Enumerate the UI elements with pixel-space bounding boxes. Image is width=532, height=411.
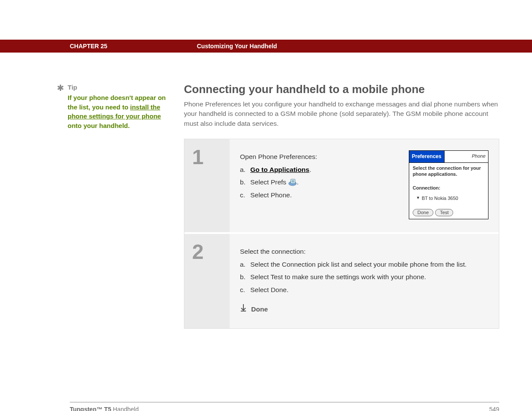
step-number: 2 [192, 242, 230, 262]
sub-c-letter: c. [240, 283, 250, 296]
sub-c-text: Select Phone. [250, 189, 292, 201]
sub-b-letter: b. [240, 176, 250, 188]
intro-paragraph: Phone Preferences let you configure your… [184, 100, 499, 128]
sub-a-text: Select the Connection pick list and sele… [250, 258, 467, 271]
done-label: Done [251, 303, 268, 315]
sub-b-letter: b. [240, 271, 250, 283]
tip-label: Tip [68, 83, 171, 92]
header-bar: CHAPTER 25 Customizing Your Handheld [0, 40, 532, 53]
palm-connection-value: BT to Nokia 3650 [422, 194, 458, 203]
tip-block: ✱ Tip If your phone doesn't appear on th… [57, 83, 171, 131]
main-content: Connecting your handheld to a mobile pho… [184, 83, 499, 329]
go-to-applications-link[interactable]: Go to Applications [250, 166, 309, 173]
sub-c-letter: c. [240, 189, 250, 201]
dropdown-arrow-icon: ▼ [416, 194, 420, 202]
palm-connection-dropdown: ▼ BT to Nokia 3650 [416, 194, 485, 203]
palm-instruction: Select the connection for your phone app… [413, 165, 485, 177]
sub-b-pre: Select Prefs [250, 178, 288, 186]
palm-test-button: Test [435, 209, 453, 216]
steps-container: 1 Open Phone Preferences: a. Go to Appli… [184, 139, 499, 329]
sub-a-letter: a. [240, 163, 250, 176]
section-heading: Connecting your handheld to a mobile pho… [184, 83, 499, 96]
sub-b-post: . [297, 178, 299, 186]
chapter-title: Customizing Your Handheld [197, 43, 277, 50]
asterisk-icon: ✱ [57, 84, 64, 131]
tip-text: If your phone doesn't appear on the list… [68, 93, 171, 131]
sub-b-text: Select Test to make sure the settings wo… [250, 271, 426, 283]
palm-done-button: Done [413, 209, 433, 216]
product-name: Tungsten™ T5 Handheld [70, 406, 139, 411]
down-arrow-icon [240, 303, 247, 315]
sub-a-letter: a. [240, 258, 250, 271]
step-1: 1 Open Phone Preferences: a. Go to Appli… [184, 139, 499, 234]
tip-post: onto your handheld. [68, 122, 130, 129]
page-number: 549 [489, 406, 499, 411]
step1-lead: Open Phone Preferences: [240, 150, 396, 163]
done-indicator: Done [240, 303, 488, 315]
palm-connection-label: Connection: [413, 184, 485, 193]
palm-title-left: Preferences [409, 151, 445, 163]
step-2: 2 Select the connection: a. Select the C… [184, 234, 499, 328]
palm-screenshot: Preferences Phone Select the connection … [409, 150, 488, 219]
sub-a-post: . [309, 166, 311, 173]
footer: Tungsten™ T5 Handheld 549 [70, 402, 499, 411]
palm-title-right: Phone [445, 151, 488, 163]
sub-c-text: Select Done. [250, 283, 289, 296]
chapter-label: CHAPTER 25 [70, 43, 197, 50]
step-number: 1 [192, 147, 230, 168]
step2-lead: Select the connection: [240, 245, 488, 258]
prefs-icon [288, 179, 297, 186]
sidebar: ✱ Tip If your phone doesn't appear on th… [57, 83, 184, 329]
